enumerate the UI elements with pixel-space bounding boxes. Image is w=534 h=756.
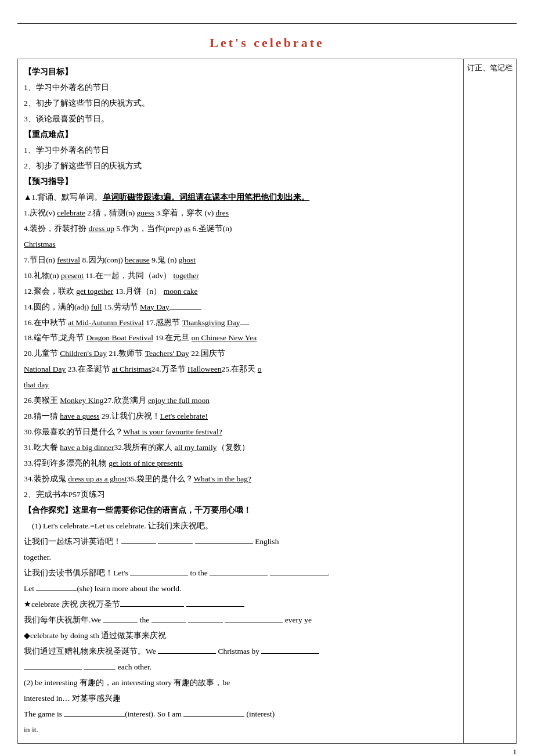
coop-line-6: 我们每年庆祝新年.We the every ye [24, 613, 457, 628]
coop-line-2: together. [24, 550, 457, 565]
vocab-line-15: 33.得到许多漂亮的礼物 get lots of nice presents [24, 456, 457, 471]
vocab-line-5: 14.圆的，满的(adj) full 15.劳动节 May Day [24, 300, 457, 315]
page-title: Let's celebrate [17, 35, 517, 51]
preview-bold: 单词听磁带跟读3遍。词组请在课本中用笔把他们划出来。 [103, 193, 310, 201]
preview-title: 【预习指导】 [24, 175, 457, 189]
vocab-line-3: 10.礼物(n) present 11.在一起，共同（adv） together [24, 269, 457, 283]
sidebar-area: 订正、笔记栏 [464, 59, 516, 743]
coop-line-4: Let (she) learn more about the world. [24, 582, 457, 596]
content-area: 【学习目标】 1、学习中外著名的节日 2、初步了解这些节日的庆祝方式。 3、谈论… [18, 59, 464, 743]
learning-goal-3: 3、谈论最喜爱的节日。 [24, 112, 457, 127]
coop-line-7: ◆celebrate by doing sth 通过做某事来庆祝 [24, 629, 457, 643]
main-layout: 【学习目标】 1、学习中外著名的节日 2、初步了解这些节日的庆祝方式。 3、谈论… [17, 59, 517, 744]
page-number: 1 [513, 747, 517, 756]
key-points-title: 【重点难点】 [24, 128, 457, 142]
vocab-line-6: 16.在中秋节 at Mid-Autumn Festival 17.感恩节 Th… [24, 316, 457, 330]
coop-line-0: (1) Let's celebrate.=Let us celebrate. 让… [24, 519, 457, 534]
vocab-line-4: 12.聚会，联欢 get together 13.月饼（n） moon cake [24, 285, 457, 299]
key-point-1: 1、学习中外著名的节日 [24, 143, 457, 158]
coop-line-1: 让我们一起练习讲英语吧！ English [24, 535, 457, 549]
learning-goals-title: 【学习目标】 [24, 65, 457, 80]
coop-line-5: ★celebrate 庆祝 庆祝万圣节 [24, 597, 457, 612]
vocab-line-10: that day [24, 378, 457, 393]
vocab-line-2: 7.节日(n) festival 8.因为(conj) because 9.鬼 … [24, 253, 457, 268]
learning-goal-2: 2、初步了解这些节日的庆祝方式。 [24, 96, 457, 111]
cooperation-title: 【合作探究】这里有一些需要你记住的语言点，千万要用心哦！ [24, 503, 457, 518]
preview-instruction: ▲1.背诵、默写单词。单词听磁带跟读3遍。词组请在课本中用笔把他们划出来。 [24, 190, 457, 205]
page-wrapper: Let's celebrate 【学习目标】 1、学习中外著名的节日 2、初步了… [0, 0, 534, 756]
top-line [17, 23, 517, 24]
coop-line-9: each other. [24, 660, 457, 675]
coop-line-11: interested in… 对某事感兴趣 [24, 692, 457, 706]
vocab-line-11: 26.美猴王 Monkey King27.欣赏满月 enjoy the full… [24, 394, 457, 408]
vocab-line-16: 34.装扮成鬼 dress up as a ghost35.袋里的是什么？Wha… [24, 472, 457, 487]
coop-line-3: 让我们去读书俱乐部吧！Let's to the . [24, 566, 457, 581]
vocab-line-8: 20.儿童节 Children's Day 21.教师节 Teachers' D… [24, 347, 457, 361]
coop-line-12: The game is (interest). So I am (interes… [24, 707, 457, 722]
coop-line-13: in it. [24, 723, 457, 737]
learning-goal-1: 1、学习中外著名的节日 [24, 81, 457, 95]
exercise-instruction: 2、完成书本P57页练习 [24, 488, 457, 502]
vocab-line-7: 18.端午节,龙舟节 Dragon Boat Festival 19.在元旦 o… [24, 331, 457, 345]
vocab-line-christmas: Christmas [24, 237, 457, 252]
key-point-2: 2、初步了解这些节日的庆祝方式 [24, 159, 457, 174]
coop-line-8: 我们通过互赠礼物来庆祝圣诞节。We Christmas by [24, 645, 457, 659]
coop-line-10: (2) be interesting 有趣的，an interesting st… [24, 676, 457, 690]
vocab-line-0: 1.庆祝(v) celebrate 2.猜，猜测(n) guess 3.穿着，穿… [24, 206, 457, 221]
vocab-line-14: 31.吃大餐 have a big dinner32.我所有的家人 all my… [24, 441, 457, 455]
sidebar-label: 订正、笔记栏 [467, 63, 513, 72]
vocab-line-13: 30.你最喜欢的节日是什么？What is your favourite fes… [24, 425, 457, 440]
vocab-line-9: National Day 23.在圣诞节 at Christmas24.万圣节 … [24, 362, 457, 377]
vocab-line-12: 28.猜一猜 have a guess 29.让我们庆祝！Let's celeb… [24, 409, 457, 424]
vocab-line-1: 4.装扮，乔装打扮 dress up 5.作为，当作(prep) as 6.圣诞… [24, 222, 457, 236]
